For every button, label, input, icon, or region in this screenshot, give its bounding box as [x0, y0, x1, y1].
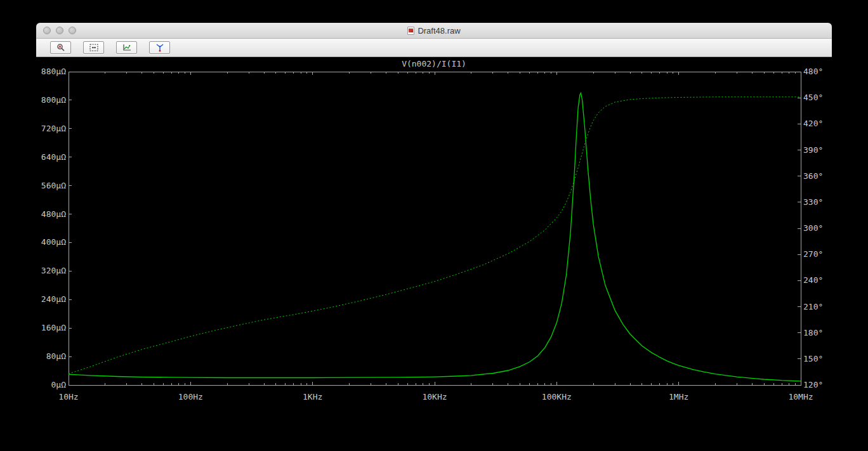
zoom-button-tool[interactable]	[50, 41, 71, 54]
y-left-tick-label: 800µΩ	[41, 95, 66, 105]
y-right-tick-label: 180°	[803, 328, 823, 337]
phase-trace	[69, 97, 801, 374]
x-tick-label: 100Hz	[178, 392, 203, 402]
x-tick-label: 10KHz	[422, 392, 447, 402]
waveform-plot[interactable]: 880µΩ800µΩ720µΩ640µΩ560µΩ480µΩ400µΩ320µΩ…	[36, 57, 832, 403]
y-left-tick-label: 80µΩ	[46, 351, 66, 361]
y-left-tick-label: 880µΩ	[41, 67, 66, 76]
probe-button[interactable]	[149, 41, 170, 54]
y-left-tick-label: 720µΩ	[41, 124, 66, 133]
y-left-tick-label: 0µΩ	[51, 380, 67, 389]
y-left-tick-label: 240µΩ	[41, 294, 66, 304]
minimize-button[interactable]	[56, 27, 63, 34]
y-left-tick-label: 400µΩ	[41, 237, 66, 247]
window-title: Draft48.raw	[418, 26, 460, 36]
plot-title: V(n002)/I(I1)	[402, 59, 466, 69]
axes: 880µΩ800µΩ720µΩ640µΩ560µΩ480µΩ400µΩ320µΩ…	[41, 67, 823, 402]
y-right-tick-label: 210°	[803, 302, 823, 311]
y-right-tick-label: 240°	[803, 275, 823, 285]
y-right-tick-label: 120°	[803, 380, 823, 389]
probe-cursor-icon	[155, 43, 165, 52]
x-tick-label: 10Hz	[58, 392, 78, 402]
y-left-tick-label: 160µΩ	[41, 323, 66, 332]
y-left-tick-label: 320µΩ	[41, 266, 66, 275]
x-tick-label: 1MHz	[669, 392, 688, 402]
title-bar[interactable]: Draft48.raw	[36, 23, 832, 39]
magnifier-zoom-icon	[56, 43, 66, 52]
y-left-tick-label: 640µΩ	[41, 152, 66, 162]
zoom-extents-button[interactable]	[83, 41, 104, 54]
document-icon	[407, 27, 414, 35]
autorange-button[interactable]	[116, 41, 137, 54]
zoom-extents-icon	[89, 43, 99, 52]
y-right-tick-label: 360°	[803, 171, 823, 181]
y-right-tick-label: 480°	[803, 67, 823, 76]
y-right-tick-label: 450°	[803, 93, 823, 102]
autorange-axes-icon	[122, 43, 132, 52]
y-right-tick-label: 300°	[803, 223, 823, 233]
zoom-button[interactable]	[69, 27, 76, 34]
plot-area: 880µΩ800µΩ720µΩ640µΩ560µΩ480µΩ400µΩ320µΩ…	[36, 57, 832, 403]
traffic-lights	[43, 23, 76, 38]
y-right-tick-label: 270°	[803, 249, 823, 259]
x-tick-label: 10MHz	[788, 392, 813, 402]
y-left-tick-label: 480µΩ	[41, 209, 66, 219]
y-right-tick-label: 330°	[803, 197, 823, 207]
y-left-tick-label: 560µΩ	[41, 181, 66, 190]
x-tick-label: 1KHz	[303, 392, 322, 402]
window-title-group: Draft48.raw	[407, 26, 460, 36]
y-right-tick-label: 150°	[803, 354, 823, 363]
y-right-tick-label: 420°	[803, 119, 823, 128]
ltspice-waveform-window: Draft48.raw	[36, 23, 832, 403]
toolbar	[36, 39, 832, 57]
close-button[interactable]	[43, 27, 51, 34]
y-right-tick-label: 390°	[803, 145, 823, 155]
traces	[69, 93, 801, 381]
magnitude-trace	[69, 93, 801, 381]
x-tick-label: 100KHz	[542, 392, 572, 402]
